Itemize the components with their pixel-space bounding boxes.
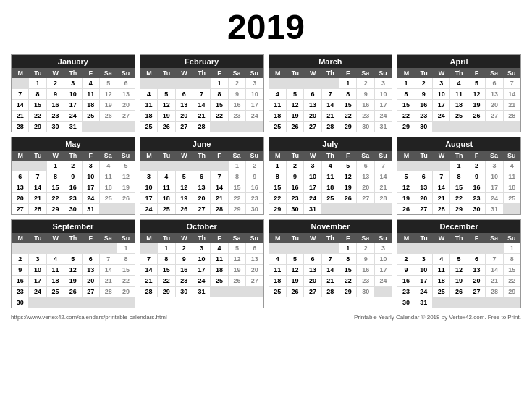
day-cell: 28	[322, 122, 339, 132]
day-cell: 16	[287, 182, 303, 192]
month-header-august: August	[397, 137, 520, 151]
day-cell: 8	[339, 89, 356, 99]
dow-cell: W	[47, 151, 64, 161]
day-cell: 15	[450, 182, 467, 192]
day-cell	[304, 243, 321, 253]
day-cell: 6	[304, 254, 321, 264]
day-cell: 8	[229, 171, 245, 182]
day-cell: 4	[158, 171, 174, 182]
day-cell: 17	[193, 265, 210, 275]
month-header-april: April	[397, 55, 520, 68]
day-cell: 20	[468, 276, 485, 286]
day-cell	[64, 297, 81, 308]
day-cell: 18	[433, 276, 449, 286]
month-header-july: July	[269, 137, 392, 151]
day-cell: 18	[322, 182, 339, 192]
day-cell: 5	[64, 254, 81, 264]
dow-cell: Sa	[357, 151, 374, 161]
day-cell: 12	[158, 100, 174, 110]
day-cell: 5	[287, 89, 303, 99]
day-cell: 3	[375, 78, 392, 88]
dow-cell: Sa	[486, 68, 503, 78]
day-cell: 17	[486, 182, 502, 192]
day-cell: 17	[29, 276, 46, 286]
day-cell: 6	[117, 78, 134, 88]
day-cell: 5	[100, 78, 117, 88]
day-cell: 25	[211, 276, 227, 286]
day-cell: 8	[450, 171, 467, 182]
dow-row: MTuWThFSaSu	[397, 151, 520, 161]
day-cell: 19	[287, 276, 303, 286]
days-grid: 1234567891011121314151617181920212223242…	[269, 243, 392, 297]
day-cell: 8	[269, 171, 286, 182]
day-cell: 25	[269, 122, 286, 132]
day-cell: 21	[100, 276, 117, 286]
day-cell	[117, 122, 134, 132]
footer-left: https://www.vertex42.com/calendars/print…	[11, 314, 167, 321]
day-cell: 1	[397, 78, 414, 88]
day-cell	[468, 122, 485, 132]
day-cell	[246, 287, 263, 297]
dow-cell: F	[339, 68, 357, 78]
day-cell	[12, 78, 28, 88]
day-cell: 3	[140, 171, 157, 182]
day-cell: 29	[339, 122, 356, 132]
day-cell: 1	[269, 161, 286, 171]
day-cell: 2	[64, 161, 81, 171]
day-cell: 4	[450, 78, 467, 88]
dow-cell: M	[12, 233, 29, 243]
day-cell: 6	[176, 89, 193, 99]
day-cell: 19	[176, 193, 193, 203]
day-cell: 9	[397, 265, 414, 275]
day-cell: 7	[504, 78, 520, 88]
day-cell: 10	[140, 182, 157, 192]
dow-cell: Su	[245, 68, 263, 78]
day-cell: 25	[269, 287, 286, 297]
dow-cell: W	[304, 151, 321, 161]
dow-row: MTuWThFSaSu	[140, 151, 263, 161]
day-cell: 1	[47, 161, 64, 171]
day-cell	[287, 243, 303, 253]
day-cell: 11	[269, 100, 286, 110]
day-cell: 24	[415, 287, 432, 297]
day-cell: 15	[339, 265, 356, 275]
day-cell: 16	[229, 100, 245, 110]
day-cell: 16	[357, 265, 373, 275]
dow-row: MTuWThFSaSu	[397, 233, 520, 243]
dow-cell: Th	[450, 151, 468, 161]
day-cell: 30	[12, 297, 28, 308]
day-cell: 1	[339, 243, 356, 253]
day-cell: 15	[158, 265, 174, 275]
day-cell: 5	[117, 161, 134, 171]
day-cell	[211, 287, 227, 297]
day-cell: 3	[304, 161, 321, 171]
day-cell: 2	[176, 243, 193, 253]
day-cell	[504, 122, 520, 132]
day-cell: 22	[29, 111, 46, 121]
day-cell: 20	[415, 193, 432, 203]
day-cell: 13	[357, 171, 373, 182]
day-cell: 18	[140, 111, 157, 121]
dow-cell: W	[175, 68, 193, 78]
day-cell: 29	[269, 204, 286, 214]
dow-cell: F	[468, 233, 485, 243]
day-cell: 16	[176, 265, 193, 275]
day-cell: 4	[47, 254, 64, 264]
day-cell: 12	[176, 182, 193, 192]
day-cell: 1	[29, 78, 46, 88]
day-cell: 9	[47, 89, 64, 99]
day-cell: 26	[397, 204, 414, 214]
day-cell: 4	[211, 243, 227, 253]
day-cell: 6	[193, 171, 210, 182]
day-cell: 15	[229, 182, 245, 192]
day-cell: 27	[117, 111, 134, 121]
day-cell: 13	[117, 89, 134, 99]
day-cell: 30	[47, 122, 64, 132]
day-cell: 30	[468, 204, 485, 214]
dow-cell: F	[211, 68, 228, 78]
days-grid: 1234567891011121314151617181920212223242…	[397, 161, 520, 214]
dow-cell: Th	[64, 233, 82, 243]
day-cell	[12, 161, 28, 171]
day-cell: 6	[415, 171, 432, 182]
dow-cell: Su	[503, 68, 520, 78]
